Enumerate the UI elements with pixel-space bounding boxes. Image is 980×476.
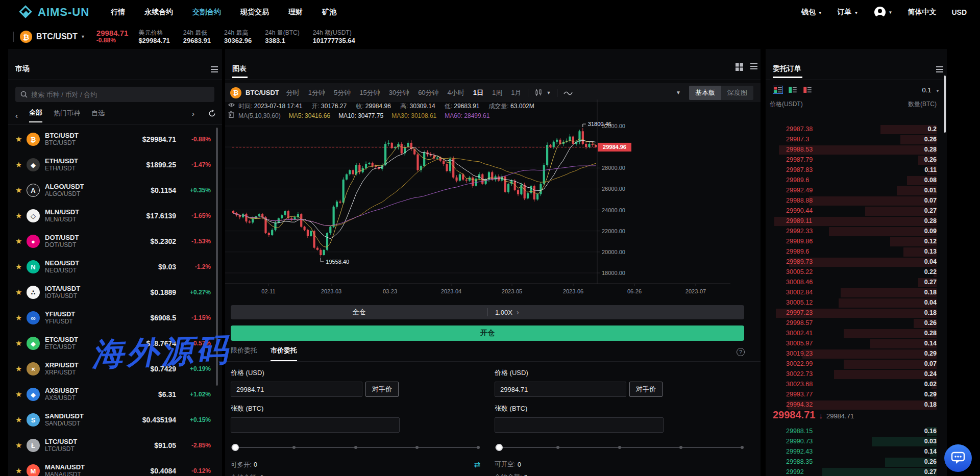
favorite-star-icon[interactable]: ★ (15, 415, 27, 424)
swap-icon[interactable]: ⇄ (474, 460, 480, 469)
slider-thumb[interactable] (232, 444, 239, 451)
timeframe-4小时[interactable]: 4小时 (448, 88, 464, 97)
pair-selector[interactable]: ₿ BTC/USDT ▼ (20, 31, 85, 43)
orderbook-view-sell-icon[interactable] (802, 86, 813, 94)
market-tab-自选[interactable]: 自选 (91, 109, 105, 122)
chart-menu-icon[interactable] (750, 63, 757, 71)
market-row-ETC/USDT[interactable]: ★◆ETC/USDTETC/USDT$18.7674-0.57% (8, 331, 222, 356)
orderbook-sell-row[interactable]: 29989.60.08 (766, 176, 947, 186)
timeframe-15分钟[interactable]: 15分钟 (359, 88, 380, 97)
account-menu[interactable]: ▼ (874, 6, 893, 18)
favorite-star-icon[interactable]: ★ (15, 364, 27, 373)
view-tab-深度图[interactable]: 深度图 (721, 86, 753, 100)
nav-item-永续合约[interactable]: 永续合约 (144, 8, 173, 17)
orderbook-sell-row[interactable]: 30023.680.02 (766, 380, 947, 390)
qty-slider[interactable] (497, 444, 742, 451)
favorite-star-icon[interactable]: ★ (15, 237, 27, 246)
favorite-star-icon[interactable]: ★ (15, 262, 27, 271)
favorite-star-icon[interactable]: ★ (15, 390, 27, 399)
qty-slider[interactable] (233, 444, 478, 451)
orderbook-sell-row[interactable]: 29989.860.12 (766, 237, 947, 247)
slider-thumb[interactable] (496, 444, 503, 451)
order-tab-限价委托[interactable]: 限价委托 (231, 346, 257, 361)
orderbook-sell-row[interactable]: 30022.730.24 (766, 369, 947, 380)
orderbook-sell-row[interactable]: 29992.490.01 (766, 186, 947, 196)
slider-dot[interactable] (477, 446, 480, 449)
orderbook-buy-row[interactable]: 29992.430.14 (766, 447, 947, 457)
orderbook-sell-row[interactable]: 29987.830.11 (766, 165, 947, 176)
wallet-menu[interactable]: 钱包▼ (801, 8, 822, 17)
orderbook-sell-row[interactable]: 30005.970.14 (766, 339, 947, 349)
favorite-star-icon[interactable]: ★ (15, 339, 27, 348)
search-input[interactable] (31, 91, 200, 98)
eye-icon[interactable] (228, 102, 235, 108)
orderbook-sell-row[interactable]: 29997.230.18 (766, 308, 947, 318)
orderbook-sell-row[interactable]: 29989.110.28 (766, 216, 947, 227)
slider-dot[interactable] (415, 446, 419, 449)
orderbook-view-buy-icon[interactable] (788, 86, 798, 94)
orderbook-sell-row[interactable]: 29994.320.18 (766, 400, 947, 410)
market-row-LTC/USDT[interactable]: ★ŁLTC/USDTLTC/USDT$91.05-2.85% (8, 433, 222, 458)
chart-tab[interactable]: 图表 (232, 64, 247, 73)
chat-support-button[interactable] (944, 444, 972, 472)
favorite-star-icon[interactable]: ★ (15, 186, 27, 195)
language-selector[interactable]: 简体中文 (908, 8, 936, 17)
slider-dot[interactable] (741, 446, 744, 449)
nav-item-现货交易[interactable]: 现货交易 (240, 8, 269, 17)
orderbook-buy-row[interactable]: 29988.350.26 (766, 457, 947, 467)
orderbook-sell-row[interactable]: 29998.570.26 (766, 318, 947, 329)
nav-item-理财[interactable]: 理财 (288, 8, 303, 17)
favorite-star-icon[interactable]: ★ (15, 466, 27, 475)
orderbook-buy-row[interactable]: 29988.150.16 (766, 427, 947, 437)
market-row-NEO/USDT[interactable]: ★NNEO/USDTNEO/USDT$9.03-1.2% (8, 254, 222, 280)
orderbook-sell-row[interactable]: 30002.840.18 (766, 288, 947, 298)
indicator-wave-icon[interactable] (564, 90, 573, 96)
slider-dot[interactable] (618, 446, 621, 449)
favorite-star-icon[interactable]: ★ (15, 288, 27, 297)
market-row-MLN/USDT[interactable]: ★◇MLN/USDTMLN/USDT$17.6139-1.65% (8, 203, 222, 229)
market-row-MANA/USDT[interactable]: ★MMANA/USDTMANA/USDT$0.4084-0.12% (8, 458, 222, 476)
orderbook-sell-row[interactable]: 29988.530.28 (766, 145, 947, 155)
chevron-down-icon[interactable]: ▼ (676, 90, 681, 95)
market-row-XRP/USDT[interactable]: ★×XRP/USDTXRP/USDT$0.7429+0.19% (8, 356, 222, 382)
counter-price-button[interactable]: 对手价 (365, 382, 399, 397)
app-logo[interactable]: AIMS-UN (19, 6, 89, 19)
market-row-ETH/USDT[interactable]: ★◆ETH/USDTETH/USDT$1899.25-1.47% (8, 152, 222, 178)
orderbook-sell-row[interactable]: 30002.410.28 (766, 329, 947, 339)
open-position-button[interactable]: 开仓 (231, 325, 744, 341)
orderbook-sell-row[interactable]: 29987.380.2 (766, 124, 947, 135)
timeframe-60分钟[interactable]: 60分钟 (418, 88, 438, 97)
orderbook-sell-row[interactable]: 30005.220.22 (766, 267, 947, 278)
timeframe-分时[interactable]: 分时 (286, 88, 300, 97)
orderbook-sell-row[interactable]: 29990.440.27 (766, 206, 947, 216)
market-scrollbar[interactable] (216, 128, 218, 386)
market-tab-全部[interactable]: 全部 (29, 108, 42, 122)
orderbook-sell-row[interactable]: 29989.60.13 (766, 247, 947, 257)
timeframe-1月[interactable]: 1月 (511, 88, 521, 97)
layout-grid-icon[interactable] (736, 63, 743, 71)
margin-leverage-bar[interactable]: 全仓 1.00X › (231, 305, 744, 319)
market-row-IOTA/USDT[interactable]: ★∴IOTA/USDTIOTA/USDT$0.1889+0.27% (8, 280, 222, 305)
slider-dot[interactable] (556, 446, 559, 449)
favorite-star-icon[interactable]: ★ (15, 160, 27, 169)
orderbook-scrollbar[interactable] (944, 76, 946, 133)
orderbook-sell-row[interactable]: 29993.770.29 (766, 390, 947, 400)
orderbook-view-both-icon[interactable] (773, 86, 783, 94)
market-row-DOT/USDT[interactable]: ★●DOT/USDTDOT/USDT$5.2302-1.53% (8, 229, 222, 254)
currency-selector[interactable]: USD (951, 8, 967, 16)
nav-item-矿池[interactable]: 矿池 (322, 8, 336, 17)
market-row-SAND/USDT[interactable]: ★SSAND/USDTSAND/USDT$0.435194+0.15% (8, 407, 222, 433)
market-row-BTC/USDT[interactable]: ★₿BTC/USDTBTC/USDT$29984.71-0.88% (8, 127, 222, 152)
orderbook-buy-row[interactable]: 29990.730.03 (766, 437, 947, 447)
market-row-AXS/USDT[interactable]: ★◆AXS/USDTAXS/USDT$6.31+1.02% (8, 382, 222, 407)
chevron-left-icon[interactable]: ‹ (15, 111, 18, 120)
orderbook-sell-row[interactable]: 30008.460.27 (766, 278, 947, 288)
chevron-down-icon[interactable]: ▼ (547, 90, 551, 95)
chevron-right-icon[interactable]: › (192, 109, 194, 118)
orderbook-sell-row[interactable]: 29992.330.09 (766, 227, 947, 237)
slider-dot[interactable] (292, 446, 296, 449)
market-menu-icon[interactable] (211, 66, 218, 74)
leverage-selector[interactable]: 1.00X › (488, 308, 519, 316)
orderbook-sell-row[interactable]: 30022.990.07 (766, 359, 947, 369)
price-input[interactable] (495, 382, 626, 397)
